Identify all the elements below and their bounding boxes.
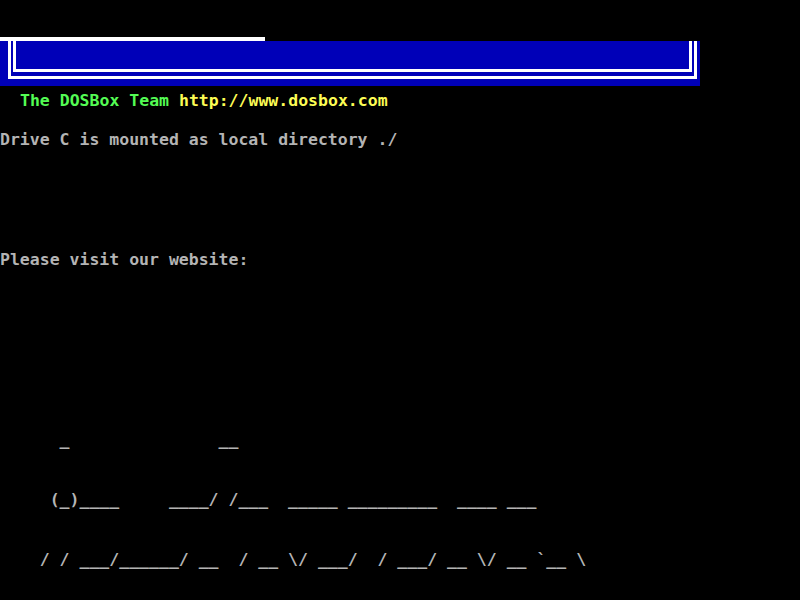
dosbox-terminal-screen[interactable]: The DOSBox Team http://www.dosbox.com Dr…: [0, 0, 800, 600]
banner-top-border-remnant: [0, 37, 265, 41]
blank-line: [0, 190, 800, 210]
ascii-art-line: / / ___/______/ __ / __ \/ ___/ / ___/ _…: [0, 550, 800, 570]
website-line: Please visit our website:: [0, 250, 800, 270]
ascii-art-line: (_)____ ____/ /___ _____ _________ ____ …: [0, 490, 800, 510]
dosbox-banner: The DOSBox Team http://www.dosbox.com: [0, 41, 700, 86]
banner-border-right-outer: [694, 41, 697, 79]
mount-line: Drive C is mounted as local directory ./: [0, 130, 800, 150]
console-output: Drive C is mounted as local directory ./…: [0, 90, 800, 600]
banner-border-bottom-inner: [13, 69, 692, 72]
ascii-art-line: _ __: [0, 430, 800, 450]
banner-border-bottom-outer: [8, 76, 697, 79]
banner-border-left-inner: [13, 41, 16, 72]
banner-border-right-inner: [689, 41, 692, 72]
blank-line: [0, 310, 800, 330]
banner-border-left-outer: [8, 41, 11, 79]
ascii-art-logo: _ __ (_)____ ____/ /___ _____ _________ …: [0, 390, 800, 600]
